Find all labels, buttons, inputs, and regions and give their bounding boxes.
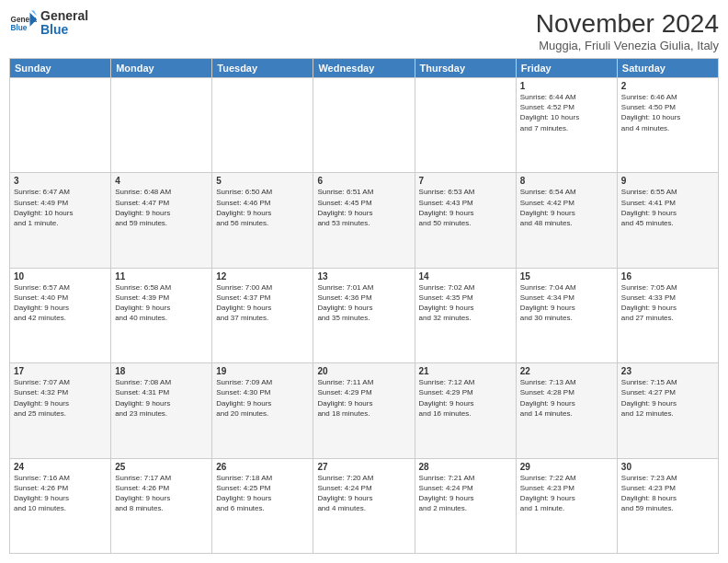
weekday-header-row: Sunday Monday Tuesday Wednesday Thursday… [10, 59, 719, 78]
table-row: 20Sunrise: 7:11 AM Sunset: 4:29 PM Dayli… [313, 363, 415, 458]
day-number: 1 [520, 81, 613, 91]
table-row: 8Sunrise: 6:54 AM Sunset: 4:42 PM Daylig… [516, 173, 617, 268]
day-info: Sunrise: 7:05 AM Sunset: 4:33 PM Dayligh… [621, 282, 714, 324]
table-row [10, 78, 111, 173]
table-row: 28Sunrise: 7:21 AM Sunset: 4:24 PM Dayli… [415, 458, 516, 553]
svg-text:Blue: Blue [11, 24, 28, 32]
table-row: 12Sunrise: 7:00 AM Sunset: 4:37 PM Dayli… [212, 268, 313, 362]
day-info: Sunrise: 6:57 AM Sunset: 4:40 PM Dayligh… [14, 282, 107, 324]
header-thursday: Thursday [415, 59, 516, 78]
calendar-row: 17Sunrise: 7:07 AM Sunset: 4:32 PM Dayli… [10, 363, 719, 458]
header: General Blue General Blue November 2024 … [9, 9, 719, 52]
day-number: 5 [216, 176, 309, 186]
month-title: November 2024 [536, 9, 719, 39]
logo-blue: Blue [40, 23, 88, 37]
table-row: 7Sunrise: 6:53 AM Sunset: 4:43 PM Daylig… [415, 173, 516, 268]
day-number: 17 [14, 366, 107, 376]
day-info: Sunrise: 7:13 AM Sunset: 4:28 PM Dayligh… [520, 377, 613, 419]
day-number: 19 [216, 366, 309, 376]
table-row [212, 78, 313, 173]
table-row: 27Sunrise: 7:20 AM Sunset: 4:24 PM Dayli… [313, 458, 415, 553]
table-row: 5Sunrise: 6:50 AM Sunset: 4:46 PM Daylig… [212, 173, 313, 268]
day-number: 27 [317, 462, 410, 472]
table-row: 15Sunrise: 7:04 AM Sunset: 4:34 PM Dayli… [516, 268, 617, 362]
day-number: 24 [14, 462, 107, 472]
day-info: Sunrise: 7:20 AM Sunset: 4:24 PM Dayligh… [317, 473, 410, 514]
calendar-row: 1Sunrise: 6:44 AM Sunset: 4:52 PM Daylig… [10, 78, 719, 173]
table-row: 3Sunrise: 6:47 AM Sunset: 4:49 PM Daylig… [10, 173, 111, 268]
table-row: 14Sunrise: 7:02 AM Sunset: 4:35 PM Dayli… [415, 268, 516, 362]
day-info: Sunrise: 6:53 AM Sunset: 4:43 PM Dayligh… [419, 187, 512, 228]
day-number: 3 [14, 176, 107, 186]
day-number: 29 [520, 462, 613, 472]
table-row: 26Sunrise: 7:18 AM Sunset: 4:25 PM Dayli… [212, 458, 313, 553]
header-friday: Friday [516, 59, 617, 78]
table-row [313, 78, 415, 173]
day-number: 6 [317, 176, 410, 186]
day-number: 25 [115, 462, 208, 472]
day-info: Sunrise: 7:21 AM Sunset: 4:24 PM Dayligh… [419, 473, 512, 514]
day-number: 13 [317, 271, 410, 282]
day-info: Sunrise: 7:23 AM Sunset: 4:23 PM Dayligh… [621, 473, 714, 514]
day-info: Sunrise: 7:22 AM Sunset: 4:23 PM Dayligh… [520, 473, 613, 514]
table-row: 21Sunrise: 7:12 AM Sunset: 4:29 PM Dayli… [415, 363, 516, 458]
day-info: Sunrise: 6:47 AM Sunset: 4:49 PM Dayligh… [14, 187, 107, 228]
day-info: Sunrise: 7:07 AM Sunset: 4:32 PM Dayligh… [14, 377, 107, 419]
day-number: 11 [115, 271, 208, 282]
day-info: Sunrise: 6:48 AM Sunset: 4:47 PM Dayligh… [115, 187, 208, 228]
day-number: 12 [216, 271, 309, 282]
day-info: Sunrise: 6:44 AM Sunset: 4:52 PM Dayligh… [520, 92, 613, 133]
table-row: 10Sunrise: 6:57 AM Sunset: 4:40 PM Dayli… [10, 268, 111, 362]
table-row: 23Sunrise: 7:15 AM Sunset: 4:27 PM Dayli… [617, 363, 718, 458]
table-row: 17Sunrise: 7:07 AM Sunset: 4:32 PM Dayli… [10, 363, 111, 458]
location-subtitle: Muggia, Friuli Venezia Giulia, Italy [536, 39, 719, 52]
header-wednesday: Wednesday [313, 59, 415, 78]
logo-general: General [40, 9, 88, 23]
day-info: Sunrise: 6:55 AM Sunset: 4:41 PM Dayligh… [621, 187, 714, 228]
day-number: 22 [520, 366, 613, 376]
table-row [415, 78, 516, 173]
table-row: 24Sunrise: 7:16 AM Sunset: 4:26 PM Dayli… [10, 458, 111, 553]
page: General Blue General Blue November 2024 … [0, 0, 728, 563]
table-row: 6Sunrise: 6:51 AM Sunset: 4:45 PM Daylig… [313, 173, 415, 268]
table-row: 29Sunrise: 7:22 AM Sunset: 4:23 PM Dayli… [516, 458, 617, 553]
table-row: 18Sunrise: 7:08 AM Sunset: 4:31 PM Dayli… [111, 363, 212, 458]
table-row [111, 78, 212, 173]
day-info: Sunrise: 7:09 AM Sunset: 4:30 PM Dayligh… [216, 377, 309, 419]
day-number: 16 [621, 271, 714, 282]
day-info: Sunrise: 7:04 AM Sunset: 4:34 PM Dayligh… [520, 282, 613, 324]
day-info: Sunrise: 7:02 AM Sunset: 4:35 PM Dayligh… [419, 282, 512, 324]
day-info: Sunrise: 6:50 AM Sunset: 4:46 PM Dayligh… [216, 187, 309, 228]
day-info: Sunrise: 7:00 AM Sunset: 4:37 PM Dayligh… [216, 282, 309, 324]
table-row: 11Sunrise: 6:58 AM Sunset: 4:39 PM Dayli… [111, 268, 212, 362]
day-number: 4 [115, 176, 208, 186]
table-row: 13Sunrise: 7:01 AM Sunset: 4:36 PM Dayli… [313, 268, 415, 362]
logo-text: General Blue [40, 9, 88, 38]
header-tuesday: Tuesday [212, 59, 313, 78]
logo-icon: General Blue [9, 9, 37, 37]
day-number: 7 [419, 176, 512, 186]
day-number: 30 [621, 462, 714, 472]
day-number: 23 [621, 366, 714, 376]
day-number: 9 [621, 176, 714, 186]
logo: General Blue General Blue [9, 9, 88, 38]
day-info: Sunrise: 6:46 AM Sunset: 4:50 PM Dayligh… [621, 92, 714, 133]
day-number: 18 [115, 366, 208, 376]
day-info: Sunrise: 7:15 AM Sunset: 4:27 PM Dayligh… [621, 377, 714, 419]
header-monday: Monday [111, 59, 212, 78]
header-saturday: Saturday [617, 59, 718, 78]
day-number: 14 [419, 271, 512, 282]
table-row: 1Sunrise: 6:44 AM Sunset: 4:52 PM Daylig… [516, 78, 617, 173]
day-number: 26 [216, 462, 309, 472]
calendar-table: Sunday Monday Tuesday Wednesday Thursday… [9, 58, 719, 554]
day-number: 15 [520, 271, 613, 282]
day-number: 20 [317, 366, 410, 376]
day-info: Sunrise: 7:16 AM Sunset: 4:26 PM Dayligh… [14, 473, 107, 514]
day-number: 10 [14, 271, 107, 282]
table-row: 25Sunrise: 7:17 AM Sunset: 4:26 PM Dayli… [111, 458, 212, 553]
day-number: 28 [419, 462, 512, 472]
calendar-row: 24Sunrise: 7:16 AM Sunset: 4:26 PM Dayli… [10, 458, 719, 553]
day-info: Sunrise: 6:58 AM Sunset: 4:39 PM Dayligh… [115, 282, 208, 324]
day-info: Sunrise: 7:12 AM Sunset: 4:29 PM Dayligh… [419, 377, 512, 419]
table-row: 4Sunrise: 6:48 AM Sunset: 4:47 PM Daylig… [111, 173, 212, 268]
